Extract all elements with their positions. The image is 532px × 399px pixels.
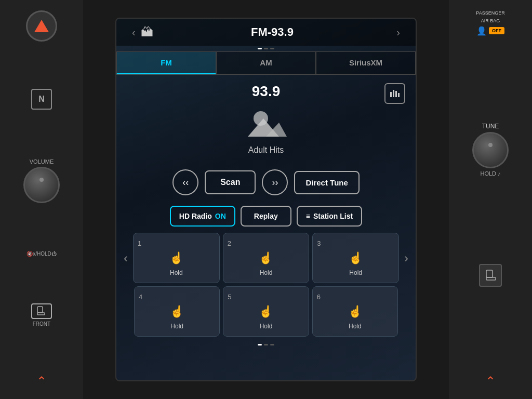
airbag-indicator: PASSENGER AIR BAG 👤 OFF bbox=[476, 10, 504, 36]
station-name: Adult Hits bbox=[248, 145, 284, 155]
dot-3 bbox=[270, 48, 274, 49]
preset-4-hold: Hold bbox=[170, 323, 183, 330]
left-panel: N VOLUME 🔇x/HOLD⏻ FRONT ⌃ bbox=[0, 0, 83, 399]
prev-source-button[interactable]: ‹ bbox=[127, 26, 141, 38]
svg-rect-3 bbox=[393, 90, 394, 97]
playback-controls: ‹‹ Scan ›› Direct Tune bbox=[116, 163, 416, 202]
preset-2-button[interactable]: 2 ☝ Hold bbox=[223, 233, 310, 283]
presets-next-button[interactable]: › bbox=[399, 251, 414, 265]
tune-label: TUNE bbox=[482, 123, 499, 130]
airbag-status-badge: OFF bbox=[489, 27, 504, 34]
svg-rect-0 bbox=[37, 307, 43, 313]
tab-fm[interactable]: FM bbox=[116, 51, 216, 74]
nfc-button[interactable]: N bbox=[31, 89, 52, 110]
preset-5-number: 5 bbox=[228, 293, 231, 301]
tune-section: TUNE HOLD ♪ bbox=[472, 123, 509, 177]
dot-2 bbox=[264, 48, 268, 49]
preset-3-number: 3 bbox=[317, 240, 321, 247]
station-list-label: Station List bbox=[313, 212, 353, 220]
svg-rect-4 bbox=[395, 91, 397, 97]
airbag-status-row: 👤 OFF bbox=[476, 26, 504, 36]
presets-row2-container: 4 ☝ Hold 5 ☝ Hold 6 ☝ Hold bbox=[116, 283, 416, 342]
secondary-controls: HD Radio ON Replay ≡ Station List bbox=[116, 202, 416, 231]
svg-rect-2 bbox=[390, 92, 392, 97]
now-playing-area: 93.9 Adult Hits bbox=[116, 75, 416, 163]
preset-2-number: 2 bbox=[228, 240, 231, 247]
right-panel: PASSENGER AIR BAG 👤 OFF TUNE HOLD ♪ ⌃ bbox=[449, 0, 532, 399]
preset-6-number: 6 bbox=[317, 293, 321, 301]
preset-1-hold: Hold bbox=[170, 269, 183, 276]
list-icon: ≡ bbox=[306, 212, 310, 220]
preset-2-icon: ☝ bbox=[259, 251, 273, 265]
volume-section: VOLUME bbox=[23, 156, 60, 203]
station-list-button[interactable]: ≡ Station List bbox=[297, 206, 362, 227]
airbag-line1: PASSENGER bbox=[476, 10, 504, 16]
preset-5-hold: Hold bbox=[260, 323, 273, 330]
dot-1 bbox=[258, 48, 262, 49]
svg-rect-9 bbox=[486, 270, 493, 277]
screen-header: ‹ 🏔 FM-93.9 › bbox=[116, 19, 416, 46]
rewind-button[interactable]: ‹‹ bbox=[172, 169, 198, 195]
preset-6-icon: ☝ bbox=[348, 305, 362, 318]
hold-label: HOLD ♪ bbox=[480, 170, 500, 177]
tab-siriusxm[interactable]: SiriusXM bbox=[316, 51, 416, 74]
svg-rect-10 bbox=[486, 277, 496, 280]
hd-status: ON bbox=[215, 212, 226, 220]
preset-3-button[interactable]: 3 ☝ Hold bbox=[312, 233, 399, 283]
bottom-dot-1 bbox=[258, 344, 262, 345]
chevron-up-right[interactable]: ⌃ bbox=[485, 374, 496, 389]
direct-tune-button[interactable]: Direct Tune bbox=[294, 171, 359, 194]
preset-5-icon: ☝ bbox=[259, 305, 273, 318]
preset-4-icon: ☝ bbox=[170, 305, 184, 318]
airbag-line2: AIR BAG bbox=[481, 18, 500, 24]
preset-2-hold: Hold bbox=[260, 269, 273, 276]
seat-heat-button[interactable] bbox=[479, 264, 502, 287]
preset-5-button[interactable]: 5 ☝ Hold bbox=[223, 286, 309, 337]
preset-6-button[interactable]: 6 ☝ Hold bbox=[312, 286, 398, 337]
media-art-icon: 🏔 bbox=[141, 25, 153, 39]
car-frame: N VOLUME 🔇x/HOLD⏻ FRONT ⌃ ‹ bbox=[0, 0, 532, 399]
svg-rect-1 bbox=[37, 313, 45, 315]
preset-1-icon: ☝ bbox=[169, 251, 183, 265]
replay-button[interactable]: Replay bbox=[241, 206, 291, 227]
bottom-dot-3 bbox=[270, 344, 274, 345]
front-seat-icon bbox=[31, 303, 52, 319]
tune-knob[interactable] bbox=[472, 132, 509, 168]
equalizer-button[interactable] bbox=[384, 83, 405, 104]
hazard-icon bbox=[34, 20, 49, 32]
airbag-person-icon: 👤 bbox=[476, 26, 487, 36]
dot-indicator bbox=[116, 46, 416, 51]
station-frequency: 93.9 bbox=[252, 83, 281, 100]
hd-radio-button[interactable]: HD Radio ON bbox=[170, 206, 235, 227]
hd-radio-label: HD Radio bbox=[179, 212, 212, 220]
preset-4-button[interactable]: 4 ☝ Hold bbox=[134, 286, 220, 337]
scan-button[interactable]: Scan bbox=[205, 170, 256, 194]
front-button[interactable]: FRONT bbox=[31, 303, 52, 327]
presets-top-row: 1 ☝ Hold 2 ☝ Hold 3 ☝ Hold bbox=[133, 233, 399, 283]
bottom-dots bbox=[116, 342, 416, 348]
header-title: FM-93.9 bbox=[153, 25, 392, 39]
hazard-button[interactable] bbox=[26, 10, 57, 42]
volume-label: VOLUME bbox=[30, 158, 54, 165]
next-source-button[interactable]: › bbox=[391, 26, 405, 38]
album-art bbox=[245, 108, 287, 139]
tab-am[interactable]: AM bbox=[216, 51, 316, 74]
preset-6-hold: Hold bbox=[349, 323, 362, 330]
preset-3-icon: ☝ bbox=[349, 251, 363, 265]
bottom-dot-2 bbox=[264, 344, 268, 345]
presets-row1-container: ‹ 1 ☝ Hold 2 ☝ Hold 3 ☝ Hold › bbox=[116, 231, 416, 283]
mute-button[interactable]: 🔇x/HOLD⏻ bbox=[26, 250, 57, 257]
chevron-up-left[interactable]: ⌃ bbox=[36, 374, 47, 389]
preset-1-button[interactable]: 1 ☝ Hold bbox=[133, 233, 220, 283]
presets-bottom-row: 4 ☝ Hold 5 ☝ Hold 6 ☝ Hold bbox=[134, 286, 398, 337]
volume-knob[interactable] bbox=[23, 167, 60, 203]
nfc-icon: N bbox=[38, 95, 45, 104]
source-tabs: FM AM SiriusXM bbox=[116, 51, 416, 75]
forward-button[interactable]: ›› bbox=[262, 169, 288, 195]
front-label: FRONT bbox=[33, 321, 50, 327]
preset-1-number: 1 bbox=[138, 240, 141, 247]
mute-label: 🔇x/HOLD⏻ bbox=[26, 251, 57, 257]
preset-3-hold: Hold bbox=[349, 269, 362, 276]
main-screen: ‹ 🏔 FM-93.9 › FM AM SiriusXM 93.9 bbox=[115, 18, 417, 381]
presets-prev-button[interactable]: ‹ bbox=[118, 251, 133, 265]
